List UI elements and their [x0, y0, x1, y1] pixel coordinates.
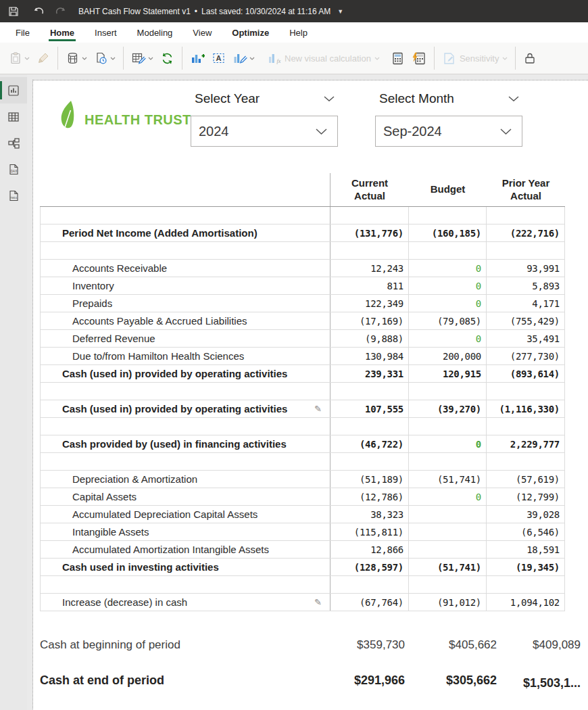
value-cell[interactable]: 0: [409, 435, 487, 452]
new-visual-button[interactable]: [187, 48, 208, 69]
row-label-cell[interactable]: Cash provided by (used) in financing act…: [40, 435, 330, 452]
publish-button[interactable]: [520, 48, 540, 68]
value-cell[interactable]: (12,799): [487, 488, 565, 505]
sidebar-item-dax-query-view[interactable]: DAX: [0, 156, 27, 183]
value-cell[interactable]: [409, 506, 487, 523]
value-cell[interactable]: (9,888): [330, 330, 409, 347]
value-cell[interactable]: (12,786): [330, 488, 409, 505]
new-visual-calculation-button[interactable]: fx New visual calculation: [264, 48, 383, 69]
value-cell[interactable]: 0: [409, 295, 487, 312]
year-slicer-header[interactable]: Select Year: [191, 87, 338, 110]
row-label-cell[interactable]: Capital Assets: [40, 488, 330, 505]
value-cell[interactable]: 0: [409, 260, 487, 277]
column-header-prior-year-actual[interactable]: Prior Year Actual: [487, 173, 565, 206]
value-cell[interactable]: (39,270): [409, 400, 487, 417]
row-label-cell[interactable]: Deferred Revenue: [40, 330, 330, 347]
value-cell[interactable]: 2,229,777: [487, 435, 565, 452]
edit-pencil-icon[interactable]: ✎: [314, 596, 322, 607]
value-cell[interactable]: (222,716): [487, 224, 565, 241]
value-cell[interactable]: (128,597): [330, 559, 409, 575]
paste-button[interactable]: [5, 48, 33, 68]
value-cell[interactable]: (277,730): [487, 348, 565, 364]
row-label-cell[interactable]: Cash (used in) provided by operating act…: [40, 365, 330, 382]
row-label-cell[interactable]: Period Net Income (Added Amortisation): [40, 224, 330, 241]
value-cell[interactable]: (115,811): [330, 523, 409, 540]
value-cell[interactable]: 130,984: [330, 348, 409, 364]
ribbon-tab-insert[interactable]: Insert: [84, 24, 127, 43]
value-cell[interactable]: 0: [409, 277, 487, 294]
year-slicer-dropdown[interactable]: 2024: [191, 116, 338, 147]
value-cell[interactable]: (1,116,330): [487, 400, 565, 417]
document-title[interactable]: BAHT Cash Flow Statement v1 • Last saved…: [78, 7, 343, 16]
more-visuals-button[interactable]: [229, 48, 258, 69]
value-cell[interactable]: (51,741): [409, 559, 487, 575]
value-cell[interactable]: (19,345): [487, 559, 565, 575]
row-label-cell[interactable]: Cash used in investing activities: [40, 559, 330, 575]
value-cell[interactable]: (17,169): [330, 312, 409, 329]
sidebar-item-model-view[interactable]: [0, 130, 27, 156]
sensitivity-button[interactable]: Sensitivity: [439, 48, 512, 69]
value-cell[interactable]: (51,189): [330, 471, 409, 488]
row-label-cell[interactable]: Increase (decrease) in cash✎: [40, 594, 330, 611]
value-cell[interactable]: (755,429): [487, 312, 565, 329]
row-label-cell[interactable]: Inventory: [40, 277, 330, 294]
row-label-cell[interactable]: Prepaids: [40, 295, 330, 312]
undo-icon[interactable]: [30, 0, 49, 22]
value-cell[interactable]: (160,185): [409, 224, 487, 241]
value-cell[interactable]: (79,085): [409, 312, 487, 329]
text-box-button[interactable]: A: [208, 48, 229, 69]
row-label-cell[interactable]: Accounts Payable & Accrued Liabilities: [40, 312, 330, 329]
value-cell[interactable]: 120,915: [409, 365, 487, 382]
value-cell[interactable]: 239,331: [330, 365, 409, 382]
value-cell[interactable]: (91,012): [409, 594, 487, 611]
value-cell[interactable]: 18,591: [487, 541, 565, 558]
value-cell[interactable]: (893,614): [487, 365, 565, 382]
transform-data-button[interactable]: [128, 48, 157, 69]
redo-icon[interactable]: [50, 0, 69, 22]
value-cell[interactable]: 4,171: [487, 295, 565, 312]
month-slicer-header[interactable]: Select Month: [375, 87, 522, 110]
value-cell[interactable]: (6,546): [487, 523, 565, 540]
value-cell[interactable]: 1,094,102: [487, 594, 565, 611]
ribbon-tab-home[interactable]: Home: [40, 24, 84, 43]
row-label-cell[interactable]: Accumulated Amortization Intangible Asse…: [40, 541, 330, 558]
row-label-cell[interactable]: Cash (used in) provided by operating act…: [40, 400, 330, 417]
value-cell[interactable]: 38,323: [330, 506, 409, 523]
value-cell[interactable]: 0: [409, 488, 487, 505]
value-cell[interactable]: (51,741): [409, 471, 487, 488]
ribbon-tab-modeling[interactable]: Modeling: [127, 24, 183, 43]
value-cell[interactable]: 107,555: [330, 400, 409, 417]
row-label-cell[interactable]: Accumulated Depreciation Capital Assets: [40, 506, 330, 523]
row-label-cell[interactable]: Due to/from Hamilton Health Sciences: [40, 348, 330, 364]
value-cell[interactable]: 200,000: [409, 348, 487, 364]
row-label-cell[interactable]: Depreciation & Amortization: [40, 471, 330, 488]
save-icon[interactable]: [4, 0, 23, 22]
ribbon-tab-file[interactable]: File: [5, 24, 40, 43]
value-cell[interactable]: 122,349: [330, 295, 409, 312]
ribbon-tab-optimize[interactable]: Optimize: [222, 24, 279, 43]
value-cell[interactable]: [409, 523, 487, 540]
value-cell[interactable]: (131,776): [330, 224, 409, 241]
value-cell[interactable]: 811: [330, 277, 409, 294]
row-label-cell[interactable]: Accounts Receivable: [40, 260, 330, 277]
value-cell[interactable]: (67,764): [330, 594, 409, 611]
value-cell[interactable]: (46,722): [330, 435, 409, 452]
ribbon-tab-view[interactable]: View: [182, 24, 222, 43]
month-slicer-dropdown[interactable]: Sep-2024: [375, 116, 522, 147]
format-painter-button[interactable]: [33, 48, 53, 68]
column-header-budget[interactable]: Budget: [409, 173, 487, 206]
refresh-button[interactable]: [157, 48, 178, 69]
value-cell[interactable]: [409, 541, 487, 558]
quick-measure-button[interactable]: [408, 48, 430, 69]
edit-pencil-icon[interactable]: ✎: [314, 403, 322, 413]
value-cell[interactable]: (57,619): [487, 471, 565, 488]
value-cell[interactable]: 93,991: [487, 260, 565, 277]
sidebar-item-report-view[interactable]: [0, 77, 27, 103]
value-cell[interactable]: 12,866: [330, 541, 409, 558]
sidebar-item-tmdl-view[interactable]: TMDL: [0, 183, 27, 209]
sidebar-item-table-view[interactable]: [0, 103, 27, 130]
value-cell[interactable]: 5,893: [487, 277, 565, 294]
column-header-current-actual[interactable]: Current Actual: [330, 173, 409, 206]
get-data-button[interactable]: [62, 48, 91, 69]
recent-sources-button[interactable]: [91, 48, 119, 69]
